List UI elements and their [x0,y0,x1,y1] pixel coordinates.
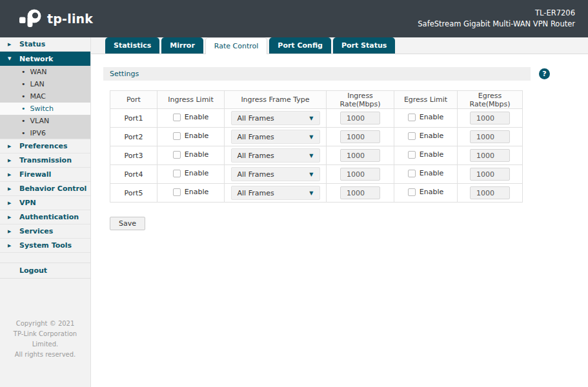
copyright-notice: Copyright © 2021 TP-Link Corporation Lim… [0,319,90,360]
arrow-right-icon: ▶ [8,201,19,206]
ingress-frame-type-select-port3[interactable]: All Frames▼ [231,148,320,163]
sidebar-subitem-switch[interactable]: • Switch [0,103,90,115]
egress-limit-enable-port1[interactable]: Enable [408,113,443,121]
port-label: Port2 [110,128,157,146]
chevron-down-icon: ▼ [309,134,313,140]
sidebar-item-system-tools[interactable]: ▶ System Tools [0,239,90,253]
sidebar-item-network[interactable]: ▼ Network [0,52,90,66]
ingress-limit-enable-port3[interactable]: Enable [173,150,208,159]
table-header-row: Port Ingress Limit Ingress Frame Type In… [110,91,523,109]
port-label: Port4 [110,165,157,184]
port-label: Port1 [110,109,157,128]
sidebar-subitem-vlan[interactable]: • VLAN [0,115,90,127]
sidebar-item-authentication[interactable]: ▶ Authentication [0,210,90,224]
column-header-ingress-rate: Ingress Rate(Mbps) [327,91,394,109]
ingress-limit-checkbox[interactable] [173,132,181,140]
ingress-frame-type-select-port5[interactable]: All Frames▼ [231,186,320,200]
arrow-right-icon: ▶ [8,243,19,248]
sidebar-item-transmission[interactable]: ▶ Transmission [0,154,90,168]
egress-limit-checkbox[interactable] [408,114,416,121]
top-header: tp-link TL-ER7206 SafeStream Gigabit Mul… [0,0,588,37]
table-row-port1: Port1 Enable All Frames▼ Enable [110,109,523,128]
sidebar-item-vpn[interactable]: ▶ VPN [0,196,90,210]
ingress-limit-enable-port5[interactable]: Enable [173,188,208,196]
bullet-icon: • [21,129,26,137]
egress-rate-input-port5[interactable] [470,186,510,199]
tp-link-logo: tp-link [19,9,93,28]
tp-link-logo-icon [19,9,43,28]
chevron-down-icon: ▼ [309,115,313,121]
column-header-ingress-limit: Ingress Limit [157,91,225,109]
chevron-down-icon: ▼ [309,190,313,196]
chevron-down-icon: ▼ [309,172,313,177]
sidebar-subitem-wan[interactable]: • WAN [0,66,90,78]
arrow-down-icon: ▼ [8,56,19,61]
arrow-right-icon: ▶ [8,42,19,47]
ingress-rate-input-port2[interactable] [340,130,380,143]
tab-rate-control[interactable]: Rate Control [205,37,267,54]
arrow-right-icon: ▶ [8,186,19,192]
ingress-frame-type-select-port1[interactable]: All Frames▼ [231,111,320,125]
egress-rate-input-port3[interactable] [470,149,510,162]
column-header-egress-limit: Egress Limit [394,91,458,109]
column-header-egress-rate: Egress Rate(Mbps) [458,91,523,109]
table-row-port5: Port5 Enable All Frames▼ Enable [110,184,523,203]
bullet-icon: • [21,68,26,76]
sidebar-item-behavior-control[interactable]: ▶ Behavior Control [0,182,90,196]
egress-limit-enable-port2[interactable]: Enable [408,132,443,140]
tab-port-config[interactable]: Port Config [269,37,331,54]
egress-limit-enable-port4[interactable]: Enable [408,169,443,177]
ingress-limit-checkbox[interactable] [173,188,181,196]
rate-control-table: Port Ingress Limit Ingress Frame Type In… [110,90,523,203]
egress-rate-input-port1[interactable] [470,112,510,124]
egress-limit-enable-port3[interactable]: Enable [408,150,443,159]
sidebar-item-services[interactable]: ▶ Services [0,224,90,239]
arrow-right-icon: ▶ [8,144,19,149]
egress-limit-checkbox[interactable] [408,170,416,177]
bullet-icon: • [21,117,26,125]
ingress-frame-type-select-port2[interactable]: All Frames▼ [231,130,320,144]
ingress-limit-checkbox[interactable] [173,114,181,121]
ingress-limit-enable-port4[interactable]: Enable [173,169,208,177]
ingress-rate-input-port5[interactable] [340,186,380,199]
logout-button[interactable]: Logout [0,263,90,279]
tab-bar: Statistics Mirror Rate Control Port Conf… [91,37,588,54]
ingress-limit-enable-port1[interactable]: Enable [173,113,208,121]
egress-limit-checkbox[interactable] [408,132,416,140]
ingress-limit-checkbox[interactable] [173,151,181,159]
ingress-frame-type-select-port4[interactable]: All Frames▼ [231,167,320,181]
column-header-port: Port [110,91,157,109]
sidebar-nav: ▶ Status ▼ Network • WAN • LAN • MAC • S… [0,37,91,387]
sidebar-subitem-lan[interactable]: • LAN [0,78,90,90]
save-button[interactable]: Save [110,217,145,230]
bullet-icon: • [21,80,26,88]
ingress-rate-input-port3[interactable] [340,149,380,162]
egress-rate-input-port4[interactable] [470,168,510,181]
ingress-rate-input-port4[interactable] [340,168,380,181]
ingress-limit-enable-port2[interactable]: Enable [173,132,208,140]
arrow-right-icon: ▶ [8,229,19,234]
arrow-right-icon: ▶ [8,215,19,220]
router-admin-page: tp-link TL-ER7206 SafeStream Gigabit Mul… [0,0,588,387]
sidebar-subitem-ipv6[interactable]: • IPV6 [0,127,90,139]
table-row-port3: Port3 Enable All Frames▼ Enable [110,146,523,165]
egress-limit-enable-port5[interactable]: Enable [408,188,443,196]
egress-rate-input-port2[interactable] [470,130,510,143]
tab-port-status[interactable]: Port Status [333,37,395,54]
chevron-down-icon: ▼ [309,153,313,159]
sidebar-subitem-mac[interactable]: • MAC [0,90,90,103]
tab-statistics[interactable]: Statistics [105,37,159,54]
help-icon[interactable]: ? [539,68,550,79]
port-label: Port3 [110,146,157,165]
egress-limit-checkbox[interactable] [408,151,416,159]
device-subtitle: SafeStream Gigabit Multi-WAN VPN Router [418,19,575,30]
sidebar-item-firewall[interactable]: ▶ Firewall [0,168,90,182]
sidebar-item-status[interactable]: ▶ Status [0,37,90,52]
column-header-ingress-frame-type: Ingress Frame Type [225,91,327,109]
ingress-limit-checkbox[interactable] [173,170,181,177]
sidebar-item-preferences[interactable]: ▶ Preferences [0,139,90,154]
bullet-icon: • [21,104,26,113]
egress-limit-checkbox[interactable] [408,188,416,196]
ingress-rate-input-port1[interactable] [340,112,380,124]
tab-mirror[interactable]: Mirror [161,37,203,54]
